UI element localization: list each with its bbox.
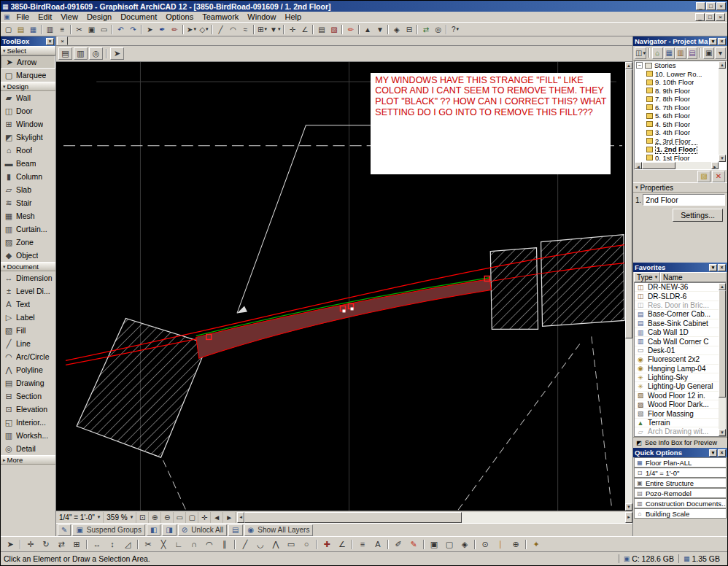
toolbox-item-dimension[interactable]: ↔Dimension: [1, 271, 55, 284]
tree-horizontal-scrollbar[interactable]: ◄ ►: [635, 162, 719, 169]
previous-view-icon[interactable]: ◄: [211, 512, 223, 523]
doc-restore-button[interactable]: □: [705, 13, 715, 21]
toolbox-item-worksh[interactable]: ▥Worksh...: [1, 429, 55, 442]
measure-icon[interactable]: ∠: [335, 538, 349, 551]
favorite-item-lighting-sky[interactable]: ✳Lighting-Sky: [635, 373, 719, 382]
favorite-item-cab-wall-corner-c[interactable]: ▥Cab Wall Corner C: [635, 337, 719, 346]
story-name-field[interactable]: [643, 194, 725, 206]
quick-option-entire-structure[interactable]: ▣Entire Structure: [634, 478, 727, 488]
lock-icon[interactable]: ◈: [457, 538, 472, 551]
hotspot-icon[interactable]: ✚: [320, 538, 334, 551]
settings-button[interactable]: Settings...: [673, 209, 723, 222]
menu-view[interactable]: View: [56, 12, 82, 22]
toolbox-item-stair[interactable]: ≋Stair: [1, 196, 55, 209]
scroll-left-icon[interactable]: ◄: [635, 162, 642, 169]
toolbox-item-text[interactable]: AText: [1, 298, 55, 311]
draw-arc-icon[interactable]: ◡: [253, 538, 268, 551]
menu-window[interactable]: Window: [243, 12, 280, 22]
scroll-down-icon[interactable]: ▼: [719, 429, 726, 436]
menu-options[interactable]: Options: [161, 12, 198, 22]
suspend-groups-icon[interactable]: ▣Suspend Groups: [72, 524, 145, 536]
favorite-item-base-corner-cab[interactable]: ▤Base-Corner Cab...: [635, 310, 719, 319]
favorites-scrollbar[interactable]: ▲ ▼: [719, 283, 726, 436]
toolbox-item-drawing[interactable]: ▤Drawing: [1, 376, 55, 389]
magic-wand-icon[interactable]: ✦: [529, 538, 543, 551]
vertical-scroll-thumb[interactable]: [625, 69, 632, 338]
marquee-options-icon[interactable]: ◇▾: [198, 23, 210, 35]
help-icon[interactable]: ?▾: [449, 23, 461, 35]
select-cursor-icon[interactable]: ➤: [110, 47, 124, 60]
vertical-scroll-thumb[interactable]: [719, 290, 726, 398]
group-icon[interactable]: ▣: [427, 538, 441, 551]
toolbox-item-marquee[interactable]: ▢Marquee: [1, 69, 55, 82]
toolbox-item-column[interactable]: ▮Column: [1, 170, 55, 183]
tracker-icon[interactable]: ∠: [298, 23, 311, 35]
pen-icon[interactable]: ✒: [156, 23, 169, 35]
close-button[interactable]: ×: [716, 2, 726, 10]
layer-quick-icon[interactable]: ▤: [228, 524, 242, 536]
pointer-icon[interactable]: ➤: [144, 23, 156, 35]
story-item-0-1st-floor[interactable]: 0. 1st Floor: [635, 154, 719, 163]
pen-sets-icon[interactable]: ▨: [328, 23, 340, 35]
orientation-compass-icon[interactable]: ◎: [89, 47, 103, 60]
favorite-item-dr-sldr-6[interactable]: ◫DR-SLDR-6: [635, 292, 719, 301]
zoom-out-icon[interactable]: ⊖: [161, 512, 174, 523]
favorite-item-desk-01[interactable]: ▭Desk-01: [635, 346, 719, 355]
hatched-region-left[interactable]: [77, 318, 208, 457]
scroll-up-icon[interactable]: ▲: [719, 283, 726, 290]
quick-option-construction-documents[interactable]: ▥Construction Documents...: [634, 498, 727, 508]
zoom-percent-selector[interactable]: 359 % ▾: [104, 512, 136, 523]
tab-close-icon[interactable]: ×: [57, 36, 68, 45]
open-icon[interactable]: ▤: [15, 23, 27, 35]
toolbox-close-icon[interactable]: ×: [46, 38, 54, 45]
zoom-window-icon[interactable]: ▭: [174, 512, 186, 523]
project-map-icon[interactable]: ⌂: [652, 47, 663, 59]
trim-icon[interactable]: ✂: [141, 538, 155, 551]
draw-rect-icon[interactable]: ▭: [284, 538, 298, 551]
paint-icon[interactable]: ✏: [169, 23, 181, 35]
coordinates-icon[interactable]: ✛: [286, 23, 298, 35]
pick-up-parameters-icon[interactable]: ✐: [391, 538, 406, 551]
mirror-icon[interactable]: ⇄: [54, 538, 69, 551]
minimize-button[interactable]: _: [696, 2, 705, 10]
toolbox-section-select[interactable]: ▾Select: [1, 46, 55, 55]
trace-reference-icon[interactable]: ▥: [74, 47, 88, 60]
print-icon[interactable]: ≡: [56, 23, 69, 35]
story-down-icon[interactable]: ▼: [373, 23, 386, 35]
menu-teamwork[interactable]: Teamwork: [198, 12, 243, 22]
scroll-down-icon[interactable]: ▼: [625, 503, 632, 511]
toolbox-item-label[interactable]: ▷Label: [1, 311, 55, 324]
select-mode-icon[interactable]: ➤: [3, 538, 18, 551]
expander-icon[interactable]: −: [636, 62, 643, 69]
favorite-item-terrain[interactable]: ▲Terrain: [635, 419, 719, 427]
favorite-item-floor-massing[interactable]: ▧Floor Massing: [635, 409, 719, 418]
toolbox-item-line[interactable]: ╱Line: [1, 337, 55, 350]
navigator-close-icon[interactable]: ×: [718, 38, 726, 45]
draw-circle-icon[interactable]: ○: [299, 538, 314, 551]
horizontal-scroll-thumb[interactable]: [244, 512, 462, 523]
scroll-left-icon[interactable]: ◄: [237, 512, 244, 523]
scroll-right-icon[interactable]: ►: [711, 162, 719, 169]
group-toggle-a-icon[interactable]: ◧: [147, 524, 160, 536]
scroll-up-icon[interactable]: ▲: [625, 62, 632, 69]
undo-icon[interactable]: ↶: [115, 23, 127, 35]
curved-wall-element[interactable]: [196, 279, 492, 359]
stretch-icon[interactable]: ↔: [90, 538, 104, 551]
story-item-3-4th-floor[interactable]: 3. 4th Floor: [635, 128, 719, 137]
story-up-icon[interactable]: ▲: [361, 23, 373, 35]
intersect-icon[interactable]: ∩: [187, 538, 201, 551]
origin-icon[interactable]: ⊕: [508, 538, 523, 551]
navigator-menu-icon[interactable]: ◫▾: [635, 47, 646, 59]
section-view-icon[interactable]: ⊟: [403, 23, 415, 35]
toolbox-item-zone[interactable]: ▨Zone: [1, 236, 55, 249]
inject-parameters-icon[interactable]: ✎: [406, 538, 421, 551]
toolbox-item-door[interactable]: ◫Door: [1, 104, 55, 117]
zoom-options-icon[interactable]: ⊡: [136, 512, 149, 523]
navigator-extra-icon[interactable]: ▾: [715, 47, 726, 59]
favorite-item-res-door-in-bric[interactable]: ◫Res. Door in Bric...: [635, 301, 719, 310]
teamwork-send-icon[interactable]: ⇄: [419, 23, 432, 35]
favorite-item-fluorescent-2x2[interactable]: ◉Fluorescent 2x2: [635, 355, 719, 364]
doc-close-button[interactable]: ×: [716, 13, 725, 21]
scale-selector[interactable]: 1/4" = 1'-0" ▾: [56, 512, 104, 523]
column-header-name[interactable]: Name: [660, 272, 727, 282]
